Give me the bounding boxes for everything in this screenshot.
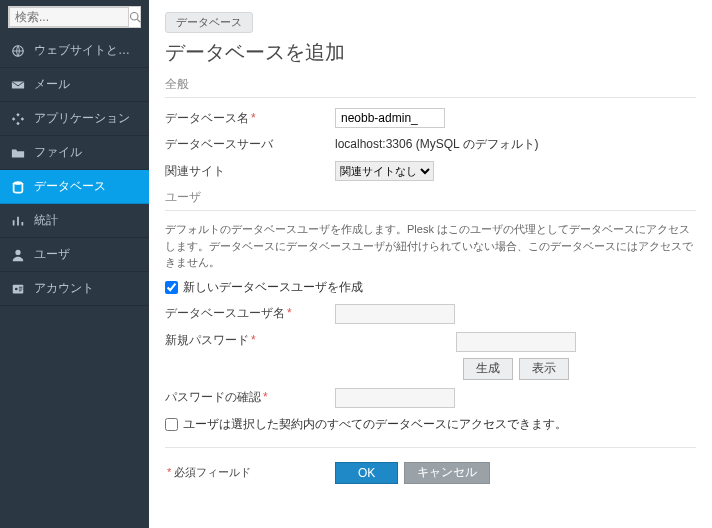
label-text: 新規パスワード — [165, 333, 249, 347]
separator — [165, 447, 696, 448]
required-mark: * — [167, 466, 171, 478]
show-button[interactable]: 表示 — [519, 358, 569, 380]
required-mark: * — [263, 390, 268, 404]
create-user-checkbox-row[interactable]: 新しいデータベースユーザを作成 — [165, 279, 696, 296]
row-db-username: データベースユーザ名* — [165, 304, 696, 324]
required-mark: * — [251, 111, 256, 125]
sidebar-item-websites[interactable]: ウェブサイトとドメイン — [0, 34, 149, 68]
label-text: パスワードの確認 — [165, 390, 261, 404]
row-actions: * 必須フィールド OK キャンセル — [165, 462, 696, 484]
sidebar: ウェブサイトとドメイン メール アプリケーション ファイル データベース 統計 … — [0, 0, 149, 528]
globe-icon — [10, 43, 26, 59]
search-icon[interactable] — [129, 11, 141, 23]
svg-point-6 — [15, 287, 18, 290]
svg-point-4 — [15, 249, 20, 254]
access-all-label: ユーザは選択した契約内のすべてのデータベースにアクセスできます。 — [183, 416, 567, 433]
new-password-input[interactable] — [456, 332, 576, 352]
confirm-password-label: パスワードの確認* — [165, 389, 335, 406]
sidebar-item-account[interactable]: アカウント — [0, 272, 149, 306]
sidebar-item-label: ユーザ — [34, 246, 70, 263]
sidebar-item-label: アカウント — [34, 280, 94, 297]
folder-icon — [10, 145, 26, 161]
legend-text: 必須フィールド — [174, 466, 251, 478]
svg-line-1 — [137, 19, 140, 22]
sidebar-item-label: ファイル — [34, 144, 82, 161]
new-password-label: 新規パスワード* — [165, 332, 335, 349]
db-server-label: データベースサーバ — [165, 136, 335, 153]
page-title: データベースを追加 — [165, 39, 696, 66]
mail-icon — [10, 77, 26, 93]
db-username-input[interactable] — [335, 304, 455, 324]
breadcrumb-database[interactable]: データベース — [165, 12, 253, 33]
access-all-checkbox-row[interactable]: ユーザは選択した契約内のすべてのデータベースにアクセスできます。 — [165, 416, 696, 433]
related-site-select[interactable]: 関連サイトなし — [335, 161, 434, 181]
sidebar-item-mail[interactable]: メール — [0, 68, 149, 102]
sidebar-item-label: データベース — [34, 178, 106, 195]
svg-point-0 — [131, 13, 139, 21]
row-db-name: データベース名* — [165, 108, 696, 128]
main-content: データベース データベースを追加 全般 データベース名* データベースサーバ l… — [149, 0, 712, 528]
create-user-checkbox[interactable] — [165, 281, 178, 294]
svg-point-3 — [14, 181, 23, 185]
sidebar-item-label: ウェブサイトとドメイン — [34, 42, 139, 59]
required-mark: * — [251, 333, 256, 347]
apps-icon — [10, 111, 26, 127]
sidebar-nav: ウェブサイトとドメイン メール アプリケーション ファイル データベース 統計 … — [0, 34, 149, 306]
create-user-label: 新しいデータベースユーザを作成 — [183, 279, 363, 296]
row-db-server: データベースサーバ localhost:3306 (MySQL のデフォルト) — [165, 136, 696, 153]
search-input[interactable] — [9, 7, 129, 27]
db-name-label: データベース名* — [165, 110, 335, 127]
db-server-value: localhost:3306 (MySQL のデフォルト) — [335, 136, 696, 153]
db-name-input[interactable] — [335, 108, 445, 128]
sidebar-item-label: アプリケーション — [34, 110, 130, 127]
sidebar-item-databases[interactable]: データベース — [0, 170, 149, 204]
row-related-site: 関連サイト 関連サイトなし — [165, 161, 696, 181]
sidebar-item-users[interactable]: ユーザ — [0, 238, 149, 272]
account-icon — [10, 281, 26, 297]
access-all-checkbox[interactable] — [165, 418, 178, 431]
stats-icon — [10, 213, 26, 229]
search-box[interactable] — [8, 6, 141, 28]
ok-button[interactable]: OK — [335, 462, 398, 484]
sidebar-item-files[interactable]: ファイル — [0, 136, 149, 170]
sidebar-item-label: 統計 — [34, 212, 58, 229]
database-icon — [10, 179, 26, 195]
breadcrumb: データベース — [165, 12, 696, 33]
user-icon — [10, 247, 26, 263]
cancel-button[interactable]: キャンセル — [404, 462, 490, 484]
row-confirm-password: パスワードの確認* — [165, 388, 696, 408]
generate-button[interactable]: 生成 — [463, 358, 513, 380]
search-wrap — [0, 0, 149, 34]
required-mark: * — [287, 306, 292, 320]
sidebar-item-applications[interactable]: アプリケーション — [0, 102, 149, 136]
user-help-text: デフォルトのデータベースユーザを作成します。Plesk はこのユーザの代理として… — [165, 221, 696, 271]
sidebar-item-statistics[interactable]: 統計 — [0, 204, 149, 238]
label-text: データベースユーザ名 — [165, 306, 285, 320]
section-general: 全般 — [165, 76, 696, 98]
db-username-label: データベースユーザ名* — [165, 305, 335, 322]
sidebar-item-label: メール — [34, 76, 70, 93]
required-legend: * 必須フィールド — [165, 465, 335, 480]
label-text: データベース名 — [165, 111, 249, 125]
row-new-password: 新規パスワード* 生成 表示 — [165, 332, 696, 380]
section-user: ユーザ — [165, 189, 696, 211]
related-site-label: 関連サイト — [165, 163, 335, 180]
confirm-password-input[interactable] — [335, 388, 455, 408]
